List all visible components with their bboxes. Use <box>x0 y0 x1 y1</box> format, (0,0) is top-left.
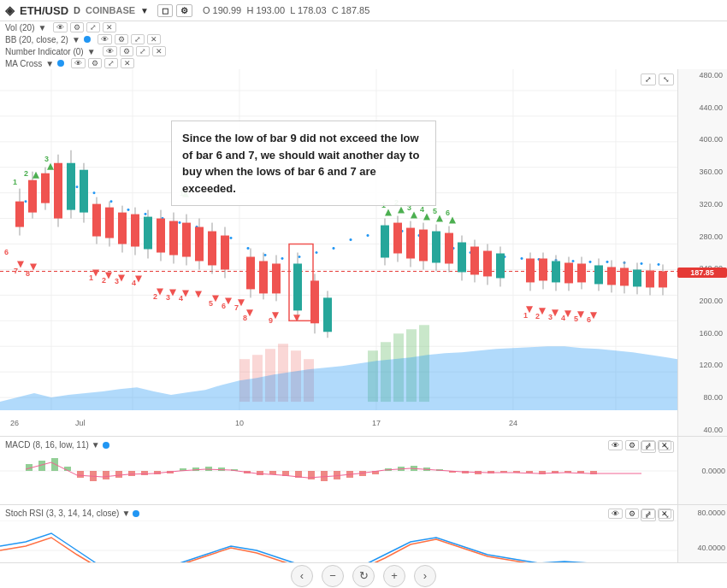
svg-rect-70 <box>15 202 24 227</box>
main-chart[interactable]: 1 2 3 7 8 6 1 1 2 3 4 <box>0 69 727 437</box>
svg-point-34 <box>76 185 79 188</box>
svg-marker-146 <box>272 312 279 319</box>
svg-point-37 <box>127 209 130 211</box>
next-button[interactable]: › <box>414 565 436 587</box>
num-close-btn[interactable]: ✕ <box>152 46 166 56</box>
svg-point-50 <box>350 238 352 241</box>
macd-gear-btn[interactable]: ⚙ <box>625 440 639 450</box>
svg-marker-167 <box>398 207 405 214</box>
bb-close-btn[interactable]: ✕ <box>147 34 161 44</box>
ma-fork-btn[interactable]: ⤢ <box>104 58 118 68</box>
ma-cross-eye-dot[interactable] <box>57 60 64 67</box>
macd-top-toolbar: ⤢ ⤡ <box>641 441 674 453</box>
vol-close-btn[interactable]: ✕ <box>103 22 116 32</box>
svg-text:4: 4 <box>132 279 136 287</box>
svg-rect-187 <box>526 258 535 282</box>
vol-dropdown[interactable]: ▼ <box>38 23 46 32</box>
svg-rect-215 <box>633 269 641 286</box>
svg-marker-166 <box>385 209 392 216</box>
dropdown-icon[interactable]: ▼ <box>140 6 149 15</box>
compare-button[interactable]: ◻ <box>157 4 173 17</box>
minus-button[interactable]: − <box>322 565 344 587</box>
svg-rect-141 <box>272 263 281 293</box>
price-120: 120.00 <box>680 361 725 369</box>
macd-eye-btn[interactable]: 👁 <box>608 440 623 450</box>
stoch-tb1[interactable]: ⤢ <box>641 509 656 521</box>
svg-text:5: 5 <box>209 299 213 308</box>
settings-button[interactable]: ⚙ <box>176 4 192 17</box>
price-440: 440.00 <box>680 103 725 112</box>
svg-marker-86 <box>17 261 24 268</box>
svg-marker-126 <box>195 291 202 297</box>
svg-rect-92 <box>92 204 101 237</box>
price-280: 280.00 <box>680 232 725 241</box>
svg-rect-248 <box>308 471 315 479</box>
svg-rect-157 <box>393 223 402 254</box>
vol-gear-btn[interactable]: ⚙ <box>70 22 84 32</box>
macd-scale-mid: 0.0000 <box>680 467 725 475</box>
plus-button[interactable]: + <box>383 565 405 587</box>
price-480: 480.00 <box>680 71 725 79</box>
ma-toolbar: 👁 ⚙ ⤢ ✕ <box>71 58 134 68</box>
symbol-label: ETH/USD <box>20 4 68 17</box>
svg-marker-127 <box>212 295 219 302</box>
svg-point-43 <box>230 237 233 239</box>
ma-gear-btn[interactable]: ⚙ <box>88 58 102 68</box>
bb-fork-btn[interactable]: ⤢ <box>131 34 145 44</box>
svg-point-46 <box>281 257 284 260</box>
stoch-eye-btn[interactable]: 👁 <box>608 509 623 519</box>
macd-tb1[interactable]: ⤢ <box>641 441 656 453</box>
svg-marker-106 <box>135 275 142 282</box>
svg-rect-74 <box>41 173 50 203</box>
svg-text:9: 9 <box>269 316 273 325</box>
num-eye-btn[interactable]: 👁 <box>103 46 117 56</box>
stoch-eye-dot[interactable] <box>133 510 139 517</box>
svg-text:1: 1 <box>89 273 93 282</box>
num-fork-btn[interactable]: ⤢ <box>136 46 150 56</box>
svg-text:4: 4 <box>179 294 183 303</box>
svg-text:8: 8 <box>243 314 247 322</box>
svg-rect-94 <box>105 208 114 238</box>
ma-eye-btn[interactable]: 👁 <box>71 58 86 68</box>
ma-close-btn[interactable]: ✕ <box>121 58 134 68</box>
eth-icon: ◈ <box>5 3 15 17</box>
svg-text:3: 3 <box>115 277 119 285</box>
svg-text:3: 3 <box>548 313 553 321</box>
ma-cross-dropdown[interactable]: ▼ <box>45 59 54 68</box>
num-gear-btn[interactable]: ⚙ <box>120 46 133 56</box>
svg-rect-165 <box>445 233 453 264</box>
svg-point-51 <box>367 234 369 237</box>
prev-button[interactable]: ‹ <box>291 565 313 587</box>
vol-eye-btn[interactable]: 👁 <box>53 22 68 32</box>
svg-point-44 <box>247 247 250 250</box>
svg-rect-211 <box>607 267 616 285</box>
refresh-button[interactable]: ↻ <box>352 565 375 587</box>
stoch-dropdown[interactable]: ▼ <box>121 509 130 518</box>
svg-text:6: 6 <box>4 249 9 257</box>
svg-rect-191 <box>552 261 560 282</box>
svg-rect-209 <box>594 265 603 284</box>
macd-tb2[interactable]: ⤡ <box>659 441 674 453</box>
chart-top-toolbar: ⤢ ⤡ <box>641 74 674 85</box>
vol-indicator-row: Vol (20) ▼ 👁 ⚙ ⤢ ✕ <box>0 21 727 33</box>
svg-marker-168 <box>411 212 417 219</box>
bb-eye-dot[interactable] <box>84 36 91 43</box>
bb-eye-btn[interactable]: 👁 <box>98 34 112 44</box>
macd-eye-dot[interactable] <box>103 442 109 449</box>
number-indicator-label: Number Indicator (0) <box>5 47 84 56</box>
bb-dropdown[interactable]: ▼ <box>72 35 80 44</box>
macd-dropdown[interactable]: ▼ <box>92 440 100 450</box>
svg-point-60 <box>521 257 523 260</box>
chart-btn-1[interactable]: ⤢ <box>641 74 656 85</box>
svg-text:7: 7 <box>14 267 18 275</box>
chart-btn-2[interactable]: ⤡ <box>659 74 674 85</box>
svg-text:5: 5 <box>574 315 578 323</box>
stoch-tb2[interactable]: ⤡ <box>659 509 674 521</box>
number-indicator-dropdown[interactable]: ▼ <box>87 47 96 56</box>
svg-rect-217 <box>646 270 654 287</box>
vol-fork-btn[interactable]: ⤢ <box>86 22 100 32</box>
bb-gear-btn[interactable]: ⚙ <box>115 34 128 44</box>
svg-marker-83 <box>33 172 39 179</box>
svg-text:3: 3 <box>166 293 170 302</box>
stoch-gear-btn[interactable]: ⚙ <box>625 509 639 519</box>
